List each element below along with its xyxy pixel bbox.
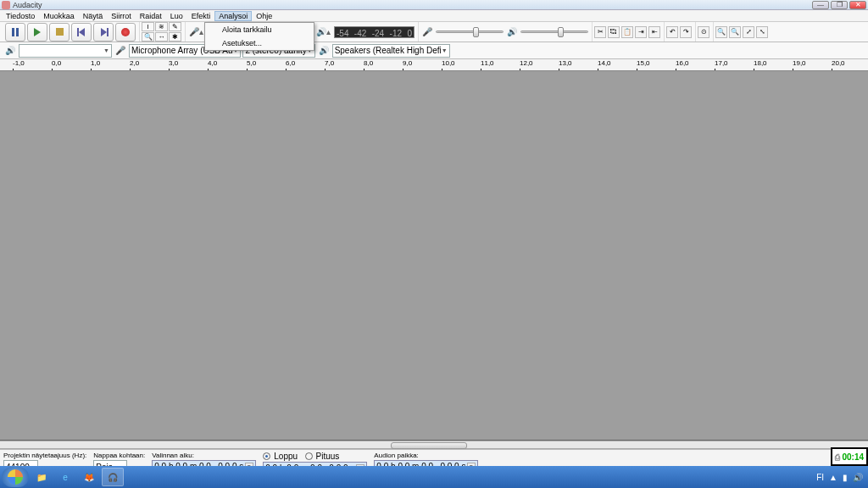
menu-analysoi[interactable]: Analysoi — [214, 11, 252, 21]
titlebar: Audacity — ❐ ✕ — [0, 0, 868, 10]
snap-to-label: Nappaa kohtaan: — [93, 452, 145, 459]
menu-muokkaa[interactable]: Muokkaa — [39, 12, 79, 20]
dropdown-aloita-tarkkailu[interactable]: Aloita tarkkailu — [205, 23, 314, 36]
redo-button[interactable]: ↷ — [680, 26, 692, 38]
length-radio[interactable] — [305, 452, 313, 460]
playback-meter[interactable]: -54-42-24-120 — [334, 26, 415, 38]
start-button[interactable] — [2, 467, 29, 487]
cut-button[interactable]: ✂ — [594, 26, 606, 38]
speaker-icon: 🔊 — [505, 27, 519, 36]
mic-icon: 🎤 — [420, 27, 434, 36]
timeline-ruler[interactable]: -1,00,01,02,03,04,05,06,07,08,09,010,011… — [0, 59, 868, 71]
menu-nayta[interactable]: Näytä — [79, 12, 108, 20]
audio-host-combo[interactable]: ▼ — [19, 44, 112, 58]
menu-efekti[interactable]: Efekti — [187, 12, 215, 20]
skip-start-button[interactable] — [71, 23, 92, 42]
multi-tool[interactable]: ✱ — [169, 32, 181, 42]
sync-lock-button[interactable]: ⊙ — [698, 26, 709, 38]
windows-taskbar: 📁 e 🦊 🎧 FI ▲ ▮ 🔊 — [0, 466, 868, 488]
selection-tool[interactable]: I — [142, 22, 154, 31]
tray-flag-icon[interactable]: ▲ — [829, 473, 837, 482]
rec-meter-icon: 🎤▴ — [187, 27, 205, 36]
play-button[interactable] — [27, 23, 47, 42]
fit-selection-button[interactable]: ⤢ — [743, 26, 754, 38]
project-rate-label: Projektin näytetaajuus (Hz): — [3, 452, 86, 459]
tray-volume-icon[interactable]: 🔊 — [853, 473, 863, 482]
draw-tool[interactable]: ✎ — [169, 22, 181, 31]
minimize-button[interactable]: — — [812, 1, 829, 9]
taskbar-ie[interactable]: e — [54, 468, 76, 486]
fit-project-button[interactable]: ⤡ — [756, 26, 768, 38]
device-toolbar: 🔊 ▼ 🎤 Microphone Array (USB Au▼ 2 (stere… — [0, 42, 868, 59]
taskbar-audacity[interactable]: 🎧 — [102, 468, 124, 486]
tools-grid: I ≋ ✎ 🔍 ↔ ✱ — [142, 22, 181, 42]
dropdown-asetukset[interactable]: Asetukset... — [205, 36, 314, 50]
tray-battery-icon[interactable]: ▮ — [843, 473, 848, 482]
end-radio[interactable] — [263, 452, 270, 460]
playback-device-combo[interactable]: Speakers (Realtek High Defi▼ — [332, 44, 450, 58]
trim-button[interactable]: ⇥ — [635, 26, 647, 38]
skip-end-button[interactable] — [93, 23, 114, 42]
menubar: Tiedosto Muokkaa Näytä Siirrot Raidat Lu… — [0, 10, 868, 22]
close-button[interactable]: ✕ — [849, 1, 866, 9]
paste-button[interactable]: 📋 — [621, 26, 633, 38]
playback-volume-slider[interactable] — [520, 26, 588, 38]
pause-button[interactable] — [5, 23, 25, 42]
zoom-out-button[interactable]: 🔍 — [729, 26, 741, 38]
record-button[interactable] — [115, 23, 136, 42]
envelope-tool[interactable]: ≋ — [155, 22, 168, 31]
play-device-icon: 🔊 — [317, 46, 331, 55]
audio-position-label: Audion paikka: — [374, 452, 478, 459]
recording-volume-slider[interactable] — [436, 26, 504, 38]
window-title: Audacity — [13, 1, 812, 9]
play-meter-icon: 🔊▴ — [314, 27, 332, 36]
tray-lang[interactable]: FI — [816, 473, 824, 482]
transport-toolbar: I ≋ ✎ 🔍 ↔ ✱ 🎤▴ Napsautus käynnistää seur… — [0, 22, 868, 42]
stop-button[interactable] — [49, 23, 70, 42]
menu-raidat[interactable]: Raidat — [136, 12, 166, 20]
maximize-button[interactable]: ❐ — [831, 1, 848, 9]
timeshift-tool[interactable]: ↔ — [155, 32, 168, 42]
taskbar-explorer[interactable]: 📁 — [31, 468, 53, 486]
app-icon — [2, 1, 10, 9]
horizontal-scrollbar[interactable] — [0, 441, 868, 449]
silence-button[interactable]: ⇤ — [648, 26, 660, 38]
tracks-area[interactable] — [0, 71, 868, 441]
menu-siirrot[interactable]: Siirrot — [107, 12, 136, 20]
undo-button[interactable]: ↶ — [666, 26, 678, 38]
copy-button[interactable]: ⿻ — [608, 26, 620, 38]
taskbar-firefox[interactable]: 🦊 — [78, 468, 100, 486]
rec-device-icon: 🎤 — [114, 46, 127, 55]
menu-luo[interactable]: Luo — [166, 12, 187, 20]
system-tray: FI ▲ ▮ 🔊 — [816, 473, 866, 482]
zoom-tool[interactable]: 🔍 — [142, 32, 154, 42]
zoom-in-button[interactable]: 🔍 — [715, 26, 727, 38]
selection-start-label: Valinnan alku: — [152, 452, 256, 459]
screen-timer: ⎙00:14 — [831, 447, 868, 466]
menu-ohje[interactable]: Ohje — [252, 12, 276, 20]
analysoi-dropdown: Aloita tarkkailu Asetukset... — [204, 22, 314, 51]
menu-tiedosto[interactable]: Tiedosto — [2, 12, 39, 20]
audio-host-icon: 🔊 — [3, 46, 17, 55]
